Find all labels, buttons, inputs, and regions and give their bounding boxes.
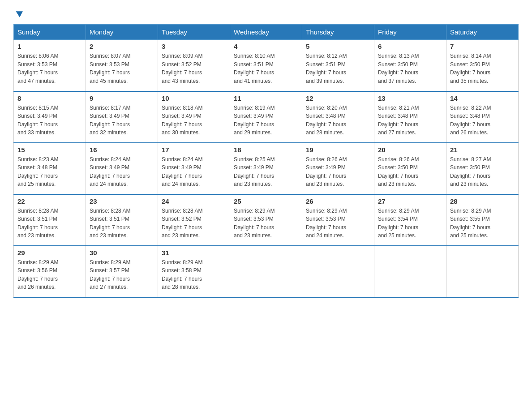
day-info: Sunrise: 8:28 AMSunset: 3:51 PMDaylight:… [90, 208, 130, 239]
day-number: 25 [234, 197, 298, 205]
calendar-cell: 24 Sunrise: 8:28 AMSunset: 3:52 PMDaylig… [158, 194, 230, 246]
day-info: Sunrise: 8:24 AMSunset: 3:49 PMDaylight:… [90, 156, 130, 188]
day-number: 6 [378, 43, 442, 50]
day-info: Sunrise: 8:29 AMSunset: 3:55 PMDaylight:… [450, 208, 491, 239]
day-info: Sunrise: 8:26 AMSunset: 3:49 PMDaylight:… [306, 156, 347, 188]
day-number: 27 [378, 197, 442, 205]
logo-icon [14, 9, 25, 20]
weekday-header-sunday: Sunday [14, 25, 86, 40]
calendar-cell: 22 Sunrise: 8:28 AMSunset: 3:51 PMDaylig… [14, 194, 86, 246]
day-info: Sunrise: 8:19 AMSunset: 3:49 PMDaylight:… [234, 105, 275, 136]
day-info: Sunrise: 8:22 AMSunset: 3:48 PMDaylight:… [450, 105, 491, 136]
calendar-cell: 12 Sunrise: 8:20 AMSunset: 3:48 PMDaylig… [302, 91, 374, 143]
day-number: 11 [234, 94, 298, 102]
calendar-cell: 21 Sunrise: 8:27 AMSunset: 3:50 PMDaylig… [446, 143, 519, 194]
calendar-cell: 5 Sunrise: 8:12 AMSunset: 3:51 PMDayligh… [302, 40, 374, 91]
day-info: Sunrise: 8:26 AMSunset: 3:50 PMDaylight:… [378, 156, 419, 188]
weekday-header-thursday: Thursday [302, 25, 374, 40]
day-number: 14 [450, 94, 515, 102]
day-number: 9 [90, 94, 154, 102]
day-number: 26 [306, 197, 370, 205]
svg-marker-0 [16, 11, 22, 17]
calendar-cell: 4 Sunrise: 8:10 AMSunset: 3:51 PMDayligh… [230, 40, 302, 91]
day-info: Sunrise: 8:23 AMSunset: 3:48 PMDaylight:… [17, 156, 58, 188]
day-number: 31 [162, 249, 226, 257]
day-number: 20 [378, 146, 442, 154]
calendar-week-4: 22 Sunrise: 8:28 AMSunset: 3:51 PMDaylig… [14, 194, 519, 246]
page-header [13, 9, 519, 20]
day-info: Sunrise: 8:24 AMSunset: 3:49 PMDaylight:… [162, 156, 202, 188]
calendar-cell: 10 Sunrise: 8:18 AMSunset: 3:49 PMDaylig… [158, 91, 230, 143]
calendar-cell: 2 Sunrise: 8:07 AMSunset: 3:53 PMDayligh… [86, 40, 158, 91]
calendar-cell: 23 Sunrise: 8:28 AMSunset: 3:51 PMDaylig… [86, 194, 158, 246]
day-info: Sunrise: 8:17 AMSunset: 3:49 PMDaylight:… [90, 105, 130, 136]
weekday-header-saturday: Saturday [446, 25, 519, 40]
calendar-table: SundayMondayTuesdayWednesdayThursdayFrid… [13, 24, 519, 298]
calendar-cell: 30 Sunrise: 8:29 AMSunset: 3:57 PMDaylig… [86, 246, 158, 297]
calendar-cell: 11 Sunrise: 8:19 AMSunset: 3:49 PMDaylig… [230, 91, 302, 143]
calendar-cell [302, 246, 374, 297]
day-number: 16 [90, 146, 154, 154]
day-info: Sunrise: 8:29 AMSunset: 3:54 PMDaylight:… [378, 208, 419, 239]
calendar-cell: 26 Sunrise: 8:29 AMSunset: 3:53 PMDaylig… [302, 194, 374, 246]
calendar-cell: 29 Sunrise: 8:29 AMSunset: 3:56 PMDaylig… [14, 246, 86, 297]
day-info: Sunrise: 8:20 AMSunset: 3:48 PMDaylight:… [306, 105, 347, 136]
day-info: Sunrise: 8:25 AMSunset: 3:49 PMDaylight:… [234, 156, 275, 188]
day-number: 18 [234, 146, 298, 154]
day-info: Sunrise: 8:13 AMSunset: 3:50 PMDaylight:… [378, 53, 419, 84]
day-info: Sunrise: 8:06 AMSunset: 3:53 PMDaylight:… [17, 53, 58, 84]
calendar-week-3: 15 Sunrise: 8:23 AMSunset: 3:48 PMDaylig… [14, 143, 519, 194]
calendar-cell: 18 Sunrise: 8:25 AMSunset: 3:49 PMDaylig… [230, 143, 302, 194]
day-number: 13 [378, 94, 442, 102]
day-number: 8 [17, 94, 82, 102]
day-number: 1 [17, 43, 82, 50]
day-number: 12 [306, 94, 370, 102]
day-number: 15 [17, 146, 82, 154]
calendar-cell [230, 246, 302, 297]
day-info: Sunrise: 8:29 AMSunset: 3:57 PMDaylight:… [90, 259, 130, 291]
calendar-cell: 8 Sunrise: 8:15 AMSunset: 3:49 PMDayligh… [14, 91, 86, 143]
calendar-cell: 13 Sunrise: 8:21 AMSunset: 3:48 PMDaylig… [374, 91, 446, 143]
day-number: 22 [17, 197, 82, 205]
calendar-cell: 16 Sunrise: 8:24 AMSunset: 3:49 PMDaylig… [86, 143, 158, 194]
logo [13, 9, 25, 20]
calendar-cell: 9 Sunrise: 8:17 AMSunset: 3:49 PMDayligh… [86, 91, 158, 143]
day-info: Sunrise: 8:18 AMSunset: 3:49 PMDaylight:… [162, 105, 202, 136]
day-number: 2 [90, 43, 154, 50]
day-info: Sunrise: 8:09 AMSunset: 3:52 PMDaylight:… [162, 53, 202, 84]
day-info: Sunrise: 8:28 AMSunset: 3:52 PMDaylight:… [162, 208, 202, 239]
day-info: Sunrise: 8:10 AMSunset: 3:51 PMDaylight:… [234, 53, 275, 84]
day-info: Sunrise: 8:14 AMSunset: 3:50 PMDaylight:… [450, 53, 491, 84]
day-info: Sunrise: 8:15 AMSunset: 3:49 PMDaylight:… [17, 105, 58, 136]
calendar-cell: 6 Sunrise: 8:13 AMSunset: 3:50 PMDayligh… [374, 40, 446, 91]
day-number: 24 [162, 197, 226, 205]
day-number: 30 [90, 249, 154, 257]
day-info: Sunrise: 8:29 AMSunset: 3:53 PMDaylight:… [306, 208, 347, 239]
weekday-header-tuesday: Tuesday [158, 25, 230, 40]
calendar-cell: 28 Sunrise: 8:29 AMSunset: 3:55 PMDaylig… [446, 194, 519, 246]
calendar-cell: 27 Sunrise: 8:29 AMSunset: 3:54 PMDaylig… [374, 194, 446, 246]
weekday-header-wednesday: Wednesday [230, 25, 302, 40]
day-info: Sunrise: 8:27 AMSunset: 3:50 PMDaylight:… [450, 156, 491, 188]
header-row: SundayMondayTuesdayWednesdayThursdayFrid… [14, 25, 519, 40]
day-number: 28 [450, 197, 515, 205]
calendar-cell: 17 Sunrise: 8:24 AMSunset: 3:49 PMDaylig… [158, 143, 230, 194]
calendar-body: 1 Sunrise: 8:06 AMSunset: 3:53 PMDayligh… [14, 40, 519, 297]
weekday-header-monday: Monday [86, 25, 158, 40]
day-number: 3 [162, 43, 226, 50]
day-info: Sunrise: 8:28 AMSunset: 3:51 PMDaylight:… [17, 208, 58, 239]
day-number: 4 [234, 43, 298, 50]
calendar-week-2: 8 Sunrise: 8:15 AMSunset: 3:49 PMDayligh… [14, 91, 519, 143]
calendar-cell [446, 246, 519, 297]
calendar-cell: 1 Sunrise: 8:06 AMSunset: 3:53 PMDayligh… [14, 40, 86, 91]
calendar-week-1: 1 Sunrise: 8:06 AMSunset: 3:53 PMDayligh… [14, 40, 519, 91]
weekday-header-friday: Friday [374, 25, 446, 40]
day-info: Sunrise: 8:29 AMSunset: 3:53 PMDaylight:… [234, 208, 275, 239]
day-info: Sunrise: 8:29 AMSunset: 3:58 PMDaylight:… [162, 259, 202, 291]
calendar-cell: 25 Sunrise: 8:29 AMSunset: 3:53 PMDaylig… [230, 194, 302, 246]
day-info: Sunrise: 8:29 AMSunset: 3:56 PMDaylight:… [17, 259, 58, 291]
day-number: 7 [450, 43, 515, 50]
calendar-cell: 20 Sunrise: 8:26 AMSunset: 3:50 PMDaylig… [374, 143, 446, 194]
day-number: 5 [306, 43, 370, 50]
day-number: 19 [306, 146, 370, 154]
